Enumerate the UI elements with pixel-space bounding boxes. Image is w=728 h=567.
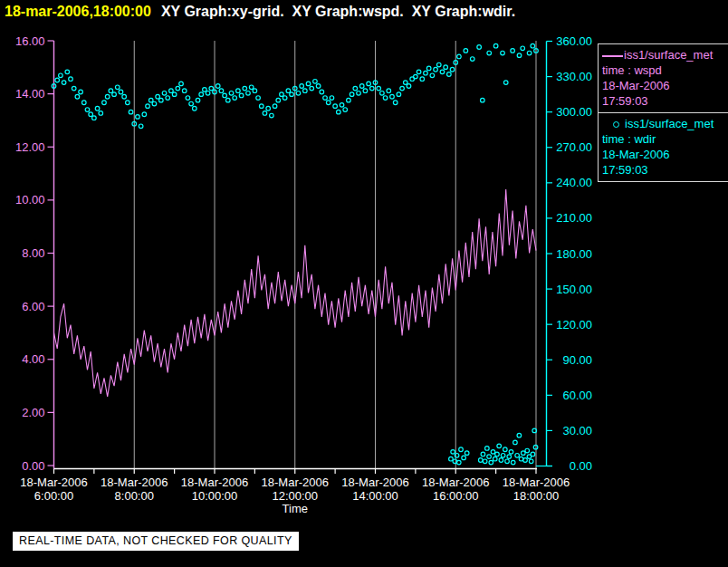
svg-text:18-Mar-2006: 18-Mar-2006	[20, 476, 87, 489]
svg-text:2.00: 2.00	[22, 406, 44, 419]
svg-text:30.00: 30.00	[562, 424, 592, 437]
legend-wspd-source-row: iss1/surface_met	[602, 47, 726, 62]
svg-text:270.00: 270.00	[556, 140, 592, 154]
xy-graph-window: 18-mar-2006,18:00:00XY Graph:xy-grid. XY…	[0, 0, 728, 567]
svg-text:6.00: 6.00	[22, 300, 44, 313]
svg-text:300.00: 300.00	[556, 105, 592, 119]
svg-text:18-Mar-2006: 18-Mar-2006	[503, 476, 570, 489]
svg-text:360.00: 360.00	[556, 34, 592, 48]
legend-entry-wdir: iss1/surface_met time : wdir 18-Mar-2006…	[599, 113, 728, 182]
svg-text:120.00: 120.00	[556, 318, 592, 332]
svg-text:16:00:00: 16:00:00	[433, 489, 479, 503]
gridlines	[134, 41, 536, 469]
svg-text:240.00: 240.00	[556, 176, 592, 189]
svg-text:0.00: 0.00	[22, 459, 44, 473]
svg-text:12:00:00: 12:00:00	[272, 489, 318, 503]
legend-wspd-variable: time : wspd	[602, 62, 726, 78]
svg-text:18-Mar-2006: 18-Mar-2006	[262, 476, 329, 489]
wdir-circle-sample-icon	[613, 121, 619, 128]
svg-text:4.00: 4.00	[22, 352, 44, 366]
svg-text:18:00:00: 18:00:00	[513, 489, 560, 503]
y-axis-left-wspd: 16.0014.0012.0010.008.006.004.002.000.00	[15, 34, 54, 473]
svg-text:10:00:00: 10:00:00	[192, 489, 238, 503]
legend-wspd-time: 17:59:03	[602, 93, 726, 109]
svg-text:18-Mar-2006: 18-Mar-2006	[422, 476, 489, 489]
svg-text:18-Mar-2006: 18-Mar-2006	[341, 476, 408, 489]
legend-entry-wspd: iss1/surface_met time : wspd 18-Mar-2006…	[599, 44, 728, 113]
svg-text:14:00:00: 14:00:00	[352, 489, 398, 503]
svg-text:Time: Time	[283, 502, 308, 515]
svg-text:90.00: 90.00	[562, 353, 592, 367]
svg-text:210.00: 210.00	[556, 211, 592, 225]
svg-text:60.00: 60.00	[562, 389, 592, 402]
y-axis-right-wdir: 360.00330.00300.00270.00240.00210.00180.…	[536, 34, 592, 473]
svg-text:16.00: 16.00	[15, 34, 45, 48]
legend-wdir-source: iss1/surface_met	[625, 117, 714, 130]
svg-text:8:00:00: 8:00:00	[115, 489, 154, 503]
svg-text:8.00: 8.00	[22, 246, 44, 260]
svg-text:12.00: 12.00	[15, 140, 45, 154]
svg-text:330.00: 330.00	[556, 70, 592, 83]
legend-wdir-date: 18-Mar-2006	[602, 147, 726, 162]
svg-text:18-Mar-2006: 18-Mar-2006	[181, 476, 248, 489]
legend-box: iss1/surface_met time : wspd 18-Mar-2006…	[598, 43, 728, 182]
svg-text:18-Mar-2006: 18-Mar-2006	[101, 476, 168, 489]
svg-text:180.00: 180.00	[556, 247, 592, 261]
svg-text:150.00: 150.00	[556, 283, 592, 296]
svg-text:0.00: 0.00	[570, 459, 592, 473]
svg-text:10.00: 10.00	[15, 193, 45, 207]
x-axis: 18-Mar-20066:00:0018-Mar-20068:00:0018-M…	[20, 469, 570, 516]
wspd-line-sample-icon	[602, 55, 623, 57]
legend-wdir-source-row: iss1/surface_met	[602, 116, 726, 131]
quality-warning-banner: REAL-TIME DATA, NOT CHECKED FOR QUALITY	[13, 532, 299, 551]
legend-wspd-source: iss1/surface_met	[624, 48, 713, 62]
svg-text:6:00:00: 6:00:00	[34, 489, 73, 503]
legend-wdir-variable: time : wdir	[602, 131, 726, 147]
legend-wspd-date: 18-Mar-2006	[602, 78, 726, 93]
legend-wdir-time: 17:59:03	[602, 162, 726, 178]
svg-text:14.00: 14.00	[15, 87, 45, 101]
